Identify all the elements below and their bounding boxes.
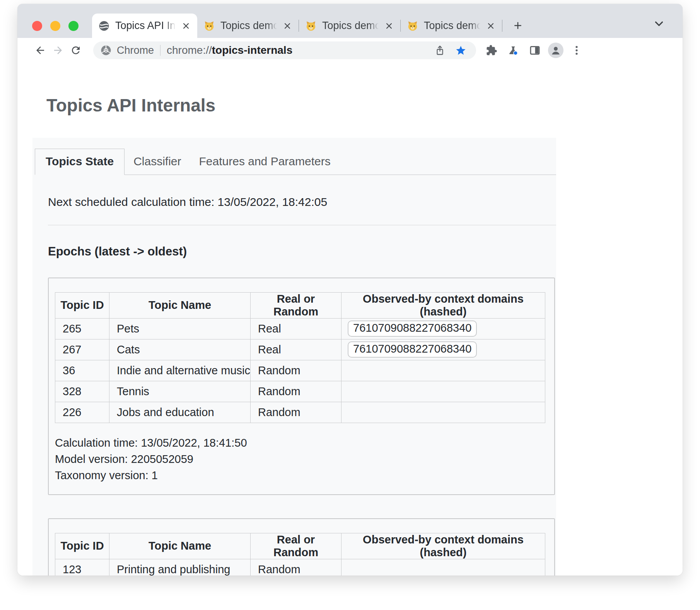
observed-domains-cell <box>341 402 545 423</box>
table-header-row: Topic IDTopic NameReal or RandomObserved… <box>55 292 545 318</box>
next-calculation-time: Next scheduled calculation time: 13/05/2… <box>48 195 556 209</box>
topic-id-cell: 226 <box>55 402 109 423</box>
browser-tab-active[interactable]: Topics API Intern <box>92 14 197 38</box>
table-row: 36Indie and alternative musicRandom <box>55 360 545 381</box>
page-content: Topics API Internals Topics StateClassif… <box>17 63 683 576</box>
browser-tab-title: Topics demo <box>220 20 277 32</box>
topic-id-cell: 267 <box>55 339 109 360</box>
epoch-metadata: Calculation time: 13/05/2022, 18:41:50Mo… <box>55 435 548 483</box>
table-header-row: Topic IDTopic NameReal or RandomObserved… <box>55 533 545 559</box>
browser-tab-title: Topics API Intern <box>115 20 176 32</box>
topics-tab-box: Topics StateClassifierFeatures and Param… <box>32 138 556 576</box>
browser-toolbar: Chrome chrome://topics-internals <box>17 38 683 63</box>
topic-name-cell: Jobs and education <box>109 402 251 423</box>
tab-close-icon[interactable] <box>384 21 394 31</box>
browser-window: Topics API InternTopics demoTopics demoT… <box>17 4 683 576</box>
topic-id-cell: 123 <box>55 559 109 576</box>
epoch-metadata-line: Model version: 2205052059 <box>55 451 548 467</box>
browser-tab-title: Topics demo <box>322 20 379 32</box>
epochs-heading: Epochs (latest -> oldest) <box>48 245 556 258</box>
table-row: 265PetsReal7610709088227068340 <box>55 318 545 339</box>
epochs-list: Topic IDTopic NameReal or RandomObserved… <box>48 278 556 576</box>
real-or-random-cell: Random <box>251 559 341 576</box>
side-panel-icon[interactable] <box>526 42 543 59</box>
topic-name-cell: Tennis <box>109 381 251 402</box>
globe-icon <box>98 20 110 32</box>
topics-table: Topic IDTopic NameReal or RandomObserved… <box>55 533 545 576</box>
topics-state-panel: Next scheduled calculation time: 13/05/2… <box>32 175 556 576</box>
cat-icon <box>305 20 317 32</box>
minimize-traffic-light[interactable] <box>50 21 60 31</box>
observed-domains-cell <box>341 381 545 402</box>
real-or-random-cell: Real <box>251 339 341 360</box>
toolbar-right-icons <box>483 42 585 59</box>
browser-tab[interactable]: Topics demo <box>401 14 502 38</box>
table-header-cell: Observed-by context domains (hashed) <box>341 533 545 559</box>
cat-icon <box>203 20 215 32</box>
epoch-card: Topic IDTopic NameReal or RandomObserved… <box>48 278 555 495</box>
zoom-traffic-light[interactable] <box>68 21 79 31</box>
table-row: 267CatsReal7610709088227068340 <box>55 339 545 360</box>
table-header-cell: Real or Random <box>251 292 341 318</box>
hashed-domain-value: 7610709088227068340 <box>348 320 477 337</box>
tab-divider <box>502 20 502 32</box>
epoch-metadata-line: Taxonomy version: 1 <box>55 467 548 483</box>
url-text[interactable]: chrome://topics-internals <box>167 44 292 57</box>
close-traffic-light[interactable] <box>32 21 42 31</box>
topic-id-cell: 328 <box>55 381 109 402</box>
address-bar[interactable]: Chrome chrome://topics-internals <box>93 41 476 59</box>
observed-domains-cell: 7610709088227068340 <box>341 318 545 339</box>
table-header-cell: Topic ID <box>55 292 109 318</box>
back-icon[interactable] <box>31 41 49 59</box>
real-or-random-cell: Random <box>251 402 341 423</box>
table-header-cell: Topic Name <box>109 292 251 318</box>
real-or-random-cell: Real <box>251 318 341 339</box>
kebab-menu-icon[interactable] <box>568 42 585 59</box>
table-row: 226Jobs and educationRandom <box>55 402 545 423</box>
tab-close-icon[interactable] <box>282 21 292 31</box>
tab-close-icon[interactable] <box>486 21 496 31</box>
table-header-cell: Topic Name <box>109 533 251 559</box>
table-header-cell: Real or Random <box>251 533 341 559</box>
bookmark-star-icon[interactable] <box>453 43 468 58</box>
section-divider <box>48 225 556 225</box>
share-icon[interactable] <box>432 43 447 58</box>
browser-tab-strip: Topics API InternTopics demoTopics demoT… <box>17 4 683 38</box>
traffic-lights <box>32 21 79 31</box>
reload-icon[interactable] <box>67 41 85 59</box>
forward-icon[interactable] <box>49 41 67 59</box>
epoch-metadata-line: Calculation time: 13/05/2022, 18:41:50 <box>55 435 548 451</box>
tab-classifier[interactable]: Classifier <box>125 149 190 175</box>
extensions-puzzle-icon[interactable] <box>483 42 500 59</box>
tab-close-icon[interactable] <box>181 21 191 31</box>
observed-domains-cell: 7610709088227068340 <box>341 339 545 360</box>
browser-tab-title: Topics demo <box>424 20 480 32</box>
site-label: Chrome <box>117 45 154 57</box>
hashed-domain-value: 7610709088227068340 <box>348 341 477 358</box>
tab-topics-state[interactable]: Topics State <box>35 149 125 175</box>
page-tab-strip: Topics StateClassifierFeatures and Param… <box>35 149 556 175</box>
browser-tab[interactable]: Topics demo <box>299 14 400 38</box>
topic-id-cell: 36 <box>55 360 109 381</box>
table-header-cell: Topic ID <box>55 533 109 559</box>
browser-tab[interactable]: Topics demo <box>197 14 299 38</box>
epoch-card: Topic IDTopic NameReal or RandomObserved… <box>48 518 555 576</box>
real-or-random-cell: Random <box>251 360 341 381</box>
browser-tabs: Topics API InternTopics demoTopics demoT… <box>92 14 529 38</box>
omnibox-divider <box>160 45 160 56</box>
topic-name-cell: Cats <box>109 339 251 360</box>
real-or-random-cell: Random <box>251 381 341 402</box>
table-header-cell: Observed-by context domains (hashed) <box>341 292 545 318</box>
tab-features-and-parameters[interactable]: Features and Parameters <box>190 149 340 175</box>
chrome-logo-icon <box>100 45 112 56</box>
experiments-flask-icon[interactable] <box>505 42 522 59</box>
tab-search-chevron-icon[interactable] <box>652 17 666 31</box>
table-row: 123Printing and publishingRandom <box>55 559 545 576</box>
page-title: Topics API Internals <box>46 96 683 115</box>
topics-table: Topic IDTopic NameReal or RandomObserved… <box>55 292 545 423</box>
topic-id-cell: 265 <box>55 318 109 339</box>
observed-domains-cell <box>341 360 545 381</box>
table-row: 328TennisRandom <box>55 381 545 402</box>
new-tab-plus-icon[interactable] <box>507 15 529 36</box>
profile-avatar[interactable] <box>548 43 563 58</box>
